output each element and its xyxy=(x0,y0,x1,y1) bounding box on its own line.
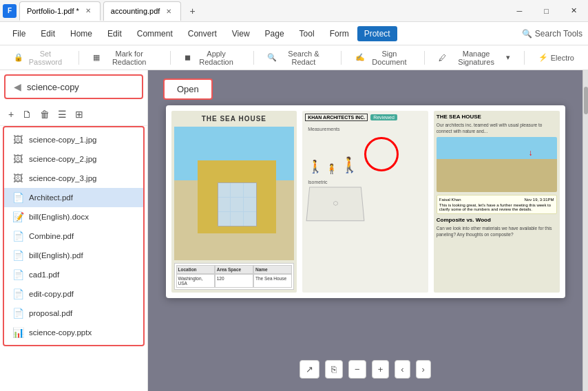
list-item[interactable]: 📄 proposal.pdf xyxy=(4,304,143,323)
table-header-area: Area Space xyxy=(215,265,253,274)
list-item[interactable]: 🖼 science-copy_1.jpg xyxy=(4,130,143,149)
list-item[interactable]: 📄 cad1.pdf xyxy=(4,265,143,284)
tab-portfolio[interactable]: Portfolio-1.pdf * ✕ xyxy=(19,1,101,21)
menu-convert[interactable]: Convert xyxy=(181,26,224,41)
window-pane xyxy=(244,183,256,197)
maximize-button[interactable]: □ xyxy=(536,4,557,18)
window-pane xyxy=(231,183,243,197)
pdf-preview: THE SEA HOUSE xyxy=(166,105,565,298)
mark-redaction-button[interactable]: ▦ Mark for Redaction xyxy=(87,47,162,69)
sidebar-folder-name: science-copy xyxy=(27,82,79,92)
menu-form[interactable]: Form xyxy=(323,26,356,41)
composite-text: Can we look into other materials we have… xyxy=(437,225,557,237)
menu-view[interactable]: View xyxy=(225,26,257,41)
delete-button[interactable]: 🗑 xyxy=(37,106,52,123)
comment-text: This is looking great, let's have a furt… xyxy=(439,203,554,211)
file-name: science-copy_2.jpg xyxy=(29,155,96,163)
list-item[interactable]: 🖼 science-copy_3.jpg xyxy=(4,169,143,188)
tab-portfolio-close[interactable]: ✕ xyxy=(83,6,93,15)
window-pane xyxy=(218,183,231,197)
tab-accounting-close[interactable]: ✕ xyxy=(164,7,174,16)
close-button[interactable]: ✕ xyxy=(563,3,585,18)
sidebar-header[interactable]: ◀ science-copy xyxy=(4,74,143,99)
next-page-button[interactable]: › xyxy=(416,360,431,379)
list-item[interactable]: 📝 bill(English).docx xyxy=(4,207,143,226)
list-item[interactable]: 📄 edit-copy.pdf xyxy=(4,284,143,304)
app-logo: F xyxy=(3,4,17,18)
right-sea-house-description: Our architects inc. teamed well with usu… xyxy=(437,122,557,134)
prev-page-button[interactable]: ‹ xyxy=(395,360,410,379)
electro-button[interactable]: ⚡ Electro xyxy=(533,50,580,65)
scroll-thumb xyxy=(584,87,588,114)
toolbar: 🔒 Set Password ▦ Mark for Redaction ◼ Ap… xyxy=(0,45,588,70)
building xyxy=(198,160,276,234)
sidebar: ◀ science-copy + 🗋 🗑 ☰ ⊞ 🖼 science-copy_… xyxy=(0,70,148,391)
open-button[interactable]: Open xyxy=(163,78,213,100)
toolbar-sep-2 xyxy=(170,51,171,65)
search-redact-label: Search & Redact xyxy=(280,50,327,66)
menu-edit[interactable]: Edit xyxy=(101,26,129,41)
search-redact-button[interactable]: 🔍 Search & Redact xyxy=(262,47,333,69)
preview-panels: THE SEA HOUSE xyxy=(166,105,565,298)
toolbar-sep-5 xyxy=(424,51,425,65)
window-pane xyxy=(218,198,231,211)
new-tab-button[interactable]: + xyxy=(184,3,200,19)
set-password-button[interactable]: 🔒 Set Password xyxy=(8,47,70,69)
sign-document-button[interactable]: ✍ Sign Document xyxy=(350,47,416,69)
file-name: science-copy.pptx xyxy=(29,328,92,337)
sea-house-title: THE SEA HOUSE xyxy=(171,111,297,124)
sign-icon: ✍ xyxy=(355,53,365,62)
menu-bar: File Edit Home Edit Comment Convert View… xyxy=(0,22,588,45)
menu-file[interactable]: File xyxy=(6,26,32,41)
list-item[interactable]: 📄 Combine.pdf xyxy=(4,226,143,246)
minimize-button[interactable]: ─ xyxy=(509,4,531,18)
zoom-in-button[interactable]: + xyxy=(372,360,390,379)
isometric-area: Isometric ⬡ xyxy=(305,177,426,223)
file-name: bill(English).pdf xyxy=(29,251,83,260)
measurements-content: 🚶 🧍 🚶 xyxy=(308,134,423,174)
apply-redaction-button[interactable]: ◼ Apply Redaction xyxy=(179,47,245,69)
menu-protect[interactable]: Protect xyxy=(357,26,397,41)
search-icon: 🔍 xyxy=(522,29,532,39)
list-view-button[interactable]: ☰ xyxy=(55,106,70,123)
menu-home[interactable]: Home xyxy=(63,26,99,41)
new-file-button[interactable]: 🗋 xyxy=(19,106,34,123)
save-button[interactable]: ⎘ xyxy=(325,360,343,379)
main-layout: ◀ science-copy + 🗋 🗑 ☰ ⊞ 🖼 science-copy_… xyxy=(0,70,588,391)
menu-comment[interactable]: Comment xyxy=(130,26,180,41)
title-bar: F Portfolio-1.pdf * ✕ accounting.pdf ✕ +… xyxy=(0,0,588,22)
file-name: Combine.pdf xyxy=(29,232,74,240)
measurements-area: Measurements 🚶 🧍 🚶 xyxy=(305,124,426,177)
right-sea-house-title: THE SEA HOUSE xyxy=(437,114,557,120)
preview-panel-right: THE SEA HOUSE Our architects inc. teamed… xyxy=(434,111,560,293)
toolbar-sep-1 xyxy=(78,51,79,65)
menu-page[interactable]: Page xyxy=(258,26,291,41)
export-button[interactable]: ↗ xyxy=(300,360,319,379)
chevron-down-icon: ▾ xyxy=(506,53,510,62)
preview-panel-left: THE SEA HOUSE xyxy=(171,111,297,293)
pdf-icon: 📄 xyxy=(12,249,23,262)
table-cell: The Sea House xyxy=(253,274,292,288)
tab-portfolio-label: Portfolio-1.pdf * xyxy=(27,7,79,15)
sign-document-label: Sign Document xyxy=(368,50,410,66)
composite-section: Composite vs. Wood Can we look into othe… xyxy=(437,217,557,237)
list-item[interactable]: 📊 science-copy.pptx xyxy=(4,323,143,342)
window-pane xyxy=(218,212,231,226)
zoom-out-button[interactable]: − xyxy=(348,360,366,379)
right-scrollbar[interactable] xyxy=(582,70,588,391)
tab-accounting[interactable]: accounting.pdf ✕ xyxy=(103,1,182,21)
manage-signatures-button[interactable]: 🖊 Manage Signatures ▾ xyxy=(433,47,516,69)
list-item[interactable]: 📄 bill(English).pdf xyxy=(4,246,143,265)
search-tools[interactable]: 🔍 Search Tools xyxy=(522,29,582,39)
center-header: KHAN ARCHITECTS INC. Reviewed xyxy=(305,114,426,121)
sea-house-table: Location Area Space Name Washington, USA… xyxy=(174,263,295,290)
toolbar-sep-4 xyxy=(341,51,342,65)
add-file-button[interactable]: + xyxy=(6,106,17,123)
grid-view-button[interactable]: ⊞ xyxy=(72,106,86,123)
list-item-selected[interactable]: 📄 Architect.pdf xyxy=(4,188,143,207)
list-item[interactable]: 🖼 science-copy_2.jpg xyxy=(4,149,143,169)
window-controls: ─ □ ✕ xyxy=(509,3,585,18)
khan-architects-logo: KHAN ARCHITECTS INC. xyxy=(305,114,368,121)
menu-tool[interactable]: Tool xyxy=(293,26,322,41)
menu-edit-left[interactable]: Edit xyxy=(34,26,62,41)
